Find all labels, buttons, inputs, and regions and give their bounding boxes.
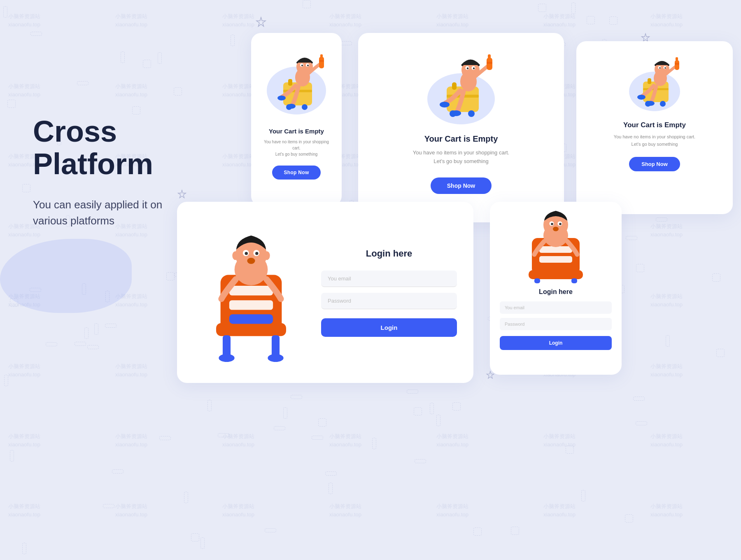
svg-rect-56 bbox=[223, 335, 231, 357]
cart-desktop-desc: You have no items in your shopping cart.… bbox=[413, 149, 509, 166]
svg-point-32 bbox=[451, 110, 461, 116]
svg-rect-16 bbox=[320, 54, 323, 58]
svg-rect-35 bbox=[487, 62, 492, 64]
svg-rect-2 bbox=[288, 79, 292, 86]
svg-rect-38 bbox=[648, 78, 651, 84]
subtitle-line1: You can easily applied it on bbox=[33, 198, 162, 211]
svg-point-47 bbox=[659, 67, 661, 69]
shop-now-button-desktop[interactable]: Shop Now bbox=[431, 177, 492, 194]
cart-illustration-mobile bbox=[263, 45, 329, 119]
svg-rect-61 bbox=[229, 300, 273, 310]
cart-mobile-desc-line2: Let's go buy something bbox=[275, 152, 318, 156]
svg-point-6 bbox=[302, 104, 308, 110]
svg-point-14 bbox=[287, 104, 296, 109]
svg-rect-74 bbox=[534, 278, 540, 283]
svg-point-11 bbox=[301, 65, 303, 66]
login-button-small[interactable]: Login bbox=[500, 336, 612, 350]
svg-point-69 bbox=[247, 258, 255, 264]
cart-card-desktop: Your Cart is Empty You have no items in … bbox=[358, 33, 564, 222]
cart-desktop-desc-line1: You have no items in your shopping cart. bbox=[413, 149, 509, 156]
cart-card-mobile: Your Cart is Empty You have no items in … bbox=[251, 33, 342, 206]
login-form-wide: Login here Login bbox=[321, 248, 457, 337]
svg-point-59 bbox=[268, 354, 283, 362]
svg-point-49 bbox=[637, 95, 645, 100]
login-button-wide[interactable]: Login bbox=[321, 318, 457, 337]
svg-point-83 bbox=[559, 223, 562, 225]
svg-point-50 bbox=[646, 101, 655, 106]
svg-rect-34 bbox=[488, 54, 491, 58]
svg-rect-60 bbox=[229, 286, 273, 295]
svg-point-29 bbox=[467, 68, 468, 69]
cart-small-desc: You have no items in your shopping cart.… bbox=[614, 133, 695, 148]
svg-rect-76 bbox=[539, 246, 572, 253]
password-input-wide[interactable] bbox=[321, 293, 457, 309]
svg-point-13 bbox=[277, 96, 286, 100]
svg-point-71 bbox=[264, 251, 270, 260]
svg-point-24 bbox=[468, 110, 475, 117]
svg-rect-15 bbox=[319, 57, 324, 68]
cart-desktop-desc-line2: Let's go buy something bbox=[433, 158, 488, 164]
svg-rect-52 bbox=[676, 57, 678, 61]
cart-illustration-small bbox=[626, 49, 683, 115]
svg-point-84 bbox=[553, 227, 559, 231]
svg-rect-20 bbox=[452, 82, 457, 90]
login-illustration-wide bbox=[193, 222, 309, 362]
password-input-small[interactable] bbox=[500, 318, 612, 330]
svg-point-67 bbox=[245, 252, 248, 255]
svg-rect-17 bbox=[319, 60, 324, 62]
svg-point-12 bbox=[307, 65, 309, 66]
svg-rect-73 bbox=[529, 270, 583, 279]
star-decoration-1 bbox=[255, 16, 267, 30]
cart-mobile-desc: You have no items in your shopping cart.… bbox=[259, 139, 333, 157]
cart-card-small: Your Cart is Empty You have no items in … bbox=[576, 41, 733, 214]
login-small-title: Login here bbox=[539, 288, 573, 296]
svg-rect-62 bbox=[229, 314, 273, 324]
cart-illustration-desktop bbox=[424, 45, 498, 128]
svg-point-48 bbox=[664, 67, 666, 69]
cart-mobile-title: Your Cart is Empty bbox=[269, 128, 324, 135]
left-blob-decoration bbox=[0, 239, 132, 313]
login-card-wide: Login here Login bbox=[177, 202, 473, 383]
svg-point-70 bbox=[232, 251, 238, 260]
login-card-small: Login here Login bbox=[490, 202, 622, 375]
email-input-wide[interactable] bbox=[321, 271, 457, 287]
svg-point-68 bbox=[255, 252, 258, 255]
login-wide-title: Login here bbox=[321, 248, 457, 259]
shop-now-button-mobile[interactable]: Shop Now bbox=[272, 166, 320, 180]
svg-rect-75 bbox=[571, 278, 577, 283]
cart-small-desc-line2: Let's go buy something bbox=[631, 142, 678, 147]
subtitle-line2: various platforms bbox=[33, 215, 114, 227]
svg-point-82 bbox=[551, 223, 553, 225]
cart-mobile-desc-line1: You have no items in your shopping cart. bbox=[264, 140, 329, 150]
cart-desktop-title: Your Cart is Empty bbox=[424, 134, 498, 144]
page-title: Cross Platform bbox=[33, 115, 239, 180]
login-illustration-small bbox=[515, 210, 597, 284]
svg-rect-57 bbox=[272, 335, 280, 357]
shop-now-button-small[interactable]: Shop Now bbox=[629, 157, 680, 171]
svg-point-42 bbox=[660, 101, 666, 107]
svg-rect-53 bbox=[675, 63, 679, 65]
svg-point-58 bbox=[219, 354, 234, 362]
cart-small-desc-line1: You have no items in your shopping cart. bbox=[614, 134, 695, 139]
svg-rect-77 bbox=[539, 256, 572, 263]
svg-rect-55 bbox=[216, 323, 286, 336]
svg-rect-51 bbox=[675, 60, 679, 70]
svg-point-30 bbox=[473, 68, 475, 69]
svg-point-31 bbox=[440, 102, 450, 107]
email-input-small[interactable] bbox=[500, 301, 612, 314]
cart-small-title: Your Cart is Empty bbox=[623, 121, 686, 129]
